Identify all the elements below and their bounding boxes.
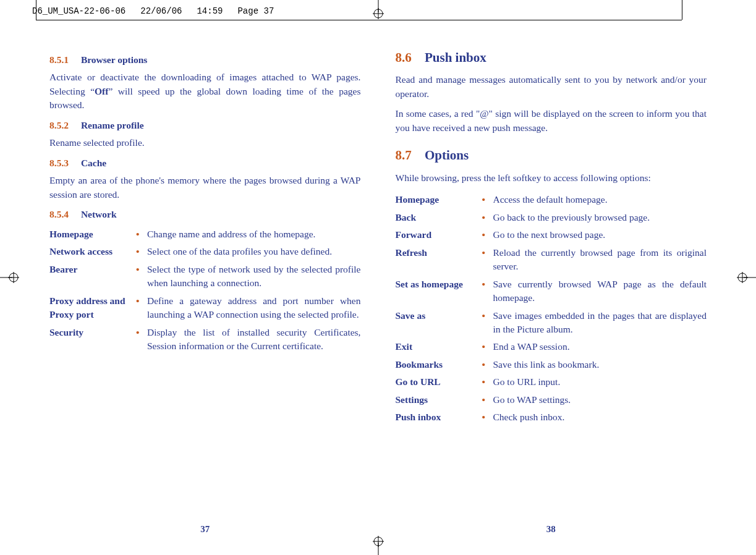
definition-row: Homepage•Access the default homepage. xyxy=(396,191,707,208)
body-8-6-p2: In some cases, a red "@" sign will be di… xyxy=(396,107,707,135)
definition-term: Set as homepage xyxy=(396,276,482,307)
definition-term: Bearer xyxy=(49,261,136,292)
section-number: 8.5.4 xyxy=(49,209,69,219)
body-8-5-3: Empty an area of the phone's memory wher… xyxy=(49,174,361,201)
definition-term: Forward xyxy=(396,226,482,244)
body-8-5-1: Activate or deactivate the downloading o… xyxy=(49,70,361,112)
bullet-icon: • xyxy=(136,261,147,292)
body-8-5-2: Rename selected profile. xyxy=(49,136,361,150)
definition-term: Save as xyxy=(396,307,482,339)
definition-description: Change name and address of the homepage. xyxy=(147,226,361,243)
definition-term: Back xyxy=(396,209,482,226)
definition-description: Go to WAP settings. xyxy=(493,391,707,409)
section-number: 8.5.1 xyxy=(49,54,69,65)
section-title: Network xyxy=(81,209,117,219)
definition-row: Network access•Select one of the data pr… xyxy=(49,243,361,260)
bullet-icon: • xyxy=(482,409,493,426)
definition-description: Go to the next browsed page. xyxy=(493,226,707,244)
definition-term: Settings xyxy=(396,391,482,409)
page-number-left: 37 xyxy=(49,523,361,536)
network-definitions-table: Homepage•Change name and address of the … xyxy=(49,226,361,355)
definition-row: Go to URL•Go to URL input. xyxy=(396,373,707,391)
definition-description: Select the type of network used by the s… xyxy=(147,261,361,292)
definition-term: Proxy address and Proxy port xyxy=(49,292,136,324)
definition-description: Check push inbox. xyxy=(493,409,707,426)
crop-rule-top xyxy=(36,20,682,20)
heading-8-7: 8.7 Options xyxy=(396,146,707,164)
definition-row: Save as•Save images embedded in the page… xyxy=(396,307,707,339)
definition-row: Bearer•Select the type of network used b… xyxy=(49,261,361,292)
section-title: Browser options xyxy=(81,54,148,65)
definition-row: Set as homepage•Save currently browsed W… xyxy=(396,276,707,307)
definition-term: Push inbox xyxy=(396,409,482,426)
definition-row: Homepage•Change name and address of the … xyxy=(49,226,361,243)
bullet-icon: • xyxy=(482,209,493,226)
bullet-icon: • xyxy=(482,338,493,355)
registration-mark-top xyxy=(369,0,388,20)
section-number: 8.5.2 xyxy=(49,120,69,130)
section-title: Cache xyxy=(81,158,106,168)
bullet-icon: • xyxy=(136,243,147,260)
bullet-icon: • xyxy=(482,391,493,409)
registration-mark-bottom xyxy=(369,535,388,555)
definition-row: Security•Display the list of installed s… xyxy=(49,324,361,355)
definition-row: Back•Go back to the previously browsed p… xyxy=(396,209,707,226)
definition-description: Go to URL input. xyxy=(493,373,707,391)
page-number-right: 38 xyxy=(396,523,707,536)
definition-term: Homepage xyxy=(396,191,482,208)
definition-row: Push inbox•Check push inbox. xyxy=(396,409,707,426)
definition-term: Security xyxy=(49,324,136,355)
bullet-icon: • xyxy=(482,276,493,307)
definition-description: Save this link as bookmark. xyxy=(493,356,707,373)
section-title: Push inbox xyxy=(425,50,486,65)
page-left: 8.5.1 Browser options Activate or deacti… xyxy=(49,48,361,536)
definition-term: Refresh xyxy=(396,244,482,276)
definition-description: Display the list of installed security C… xyxy=(147,324,361,355)
bullet-icon: • xyxy=(482,244,493,276)
definition-description: End a WAP session. xyxy=(493,338,707,355)
heading-8-5-2: 8.5.2 Rename profile xyxy=(49,119,361,132)
body-8-6-p1: Read and manage messages automatically s… xyxy=(396,73,707,101)
definition-description: Reload the currently browsed page from i… xyxy=(493,244,707,276)
bullet-icon: • xyxy=(136,226,147,243)
definition-row: Proxy address and Proxy port•Define a ga… xyxy=(49,292,361,324)
definition-description: Access the default homepage. xyxy=(493,191,707,208)
registration-mark-left xyxy=(0,268,20,287)
bullet-icon: • xyxy=(482,191,493,208)
bullet-icon: • xyxy=(482,307,493,339)
print-date: 22/06/06 xyxy=(140,6,182,16)
heading-8-6: 8.6 Push inbox xyxy=(396,48,707,67)
definition-description: Define a gateway address and port number… xyxy=(147,292,361,324)
definition-row: Refresh•Reload the currently browsed pag… xyxy=(396,244,707,276)
print-time: 14:59 xyxy=(197,6,223,16)
heading-8-5-3: 8.5.3 Cache xyxy=(49,156,361,170)
section-number: 8.6 xyxy=(396,50,412,65)
section-title: Options xyxy=(425,148,469,163)
heading-8-5-4: 8.5.4 Network xyxy=(49,208,361,221)
bullet-icon: • xyxy=(136,324,147,355)
section-number: 8.7 xyxy=(396,148,412,163)
definition-row: Exit•End a WAP session. xyxy=(396,338,707,355)
definition-term: Network access xyxy=(49,243,136,260)
left-defs-body: Homepage•Change name and address of the … xyxy=(49,226,361,355)
definition-term: Go to URL xyxy=(396,373,482,391)
bullet-icon: • xyxy=(482,226,493,244)
right-defs-body: Homepage•Access the default homepage.Bac… xyxy=(396,191,707,426)
definition-term: Bookmarks xyxy=(396,356,482,373)
body-8-7-intro: While browsing, press the left softkey t… xyxy=(396,171,707,185)
heading-8-5-1: 8.5.1 Browser options xyxy=(49,53,361,67)
definition-row: Forward•Go to the next browsed page. xyxy=(396,226,707,244)
definition-row: Settings•Go to WAP settings. xyxy=(396,391,707,409)
definition-term: Homepage xyxy=(49,226,136,243)
page-right: 8.6 Push inbox Read and manage messages … xyxy=(396,48,707,536)
bullet-icon: • xyxy=(136,292,147,324)
definition-row: Bookmarks•Save this link as bookmark. xyxy=(396,356,707,373)
bullet-icon: • xyxy=(482,373,493,391)
print-file: D6_UM_USA-22-06-06 xyxy=(32,6,125,16)
definition-term: Exit xyxy=(396,338,482,355)
registration-mark-right xyxy=(736,268,756,287)
definition-description: Go back to the previously browsed page. xyxy=(493,209,707,226)
print-page: Page 37 xyxy=(237,6,274,16)
definition-description: Select one of the data profiles you have… xyxy=(147,243,361,260)
section-title: Rename profile xyxy=(81,120,144,130)
